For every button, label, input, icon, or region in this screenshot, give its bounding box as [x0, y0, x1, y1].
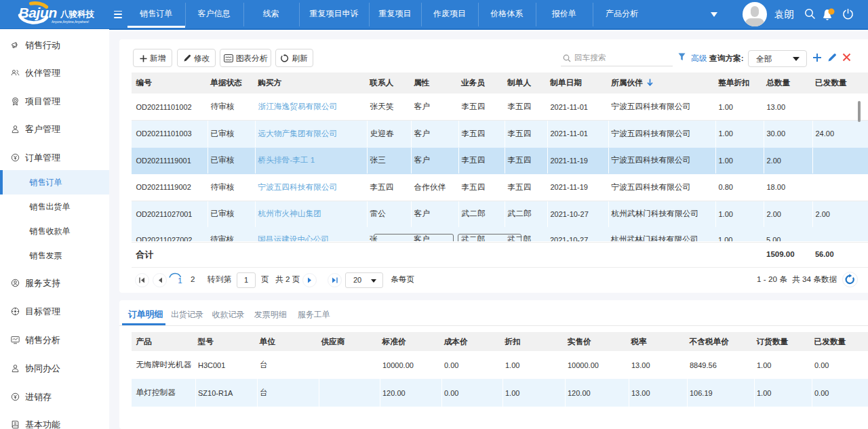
svg-text:八骏科技: 八骏科技	[60, 9, 95, 19]
svg-text:Bajun: Bajun	[19, 5, 57, 20]
svg-text:Anyone,Anytime,Anywhere!: Anyone,Anytime,Anywhere!	[52, 20, 89, 24]
